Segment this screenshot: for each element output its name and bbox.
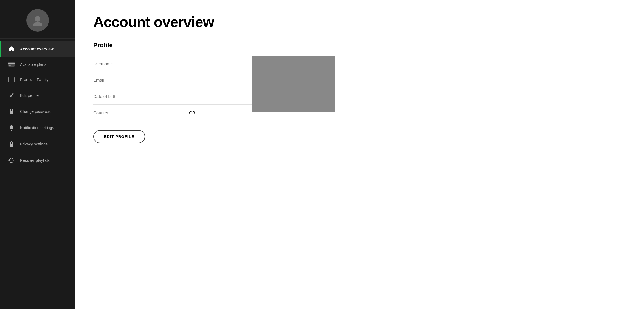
- redacted-overlay: [252, 56, 335, 112]
- page-title: Account overview: [93, 14, 626, 30]
- profile-label-email: Email: [93, 78, 189, 82]
- pencil-icon: [8, 93, 15, 98]
- sidebar-item-notification-settings[interactable]: Notification settings: [0, 120, 75, 136]
- profile-label-country: Country: [93, 110, 189, 115]
- family-icon: [8, 77, 15, 82]
- avatar-section: [0, 0, 75, 39]
- main-content: Account overview Profile Username Email …: [75, 0, 644, 309]
- svg-rect-5: [9, 77, 14, 82]
- profile-label-username: Username: [93, 61, 189, 66]
- sidebar-item-edit-profile-label: Edit profile: [20, 93, 39, 98]
- profile-value-country: GB: [189, 110, 195, 115]
- sidebar: Account overview Available plans Premium…: [0, 0, 75, 309]
- sidebar-nav: Account overview Available plans Premium…: [0, 39, 75, 169]
- sidebar-item-privacy-settings-label: Privacy settings: [20, 142, 48, 146]
- sidebar-item-change-password[interactable]: Change password: [0, 103, 75, 120]
- svg-point-0: [35, 16, 40, 22]
- svg-rect-8: [10, 144, 13, 147]
- sidebar-item-account-overview-label: Account overview: [20, 47, 54, 51]
- profile-section-title: Profile: [93, 42, 626, 49]
- sidebar-item-account-overview[interactable]: Account overview: [0, 41, 75, 57]
- profile-label-dob: Date of birth: [93, 94, 189, 99]
- lock-icon: [8, 108, 15, 115]
- sidebar-item-edit-profile[interactable]: Edit profile: [0, 88, 75, 103]
- svg-rect-7: [10, 111, 13, 114]
- svg-point-1: [33, 22, 42, 26]
- shield-icon: [8, 141, 15, 147]
- edit-profile-button[interactable]: EDIT PROFILE: [93, 130, 145, 143]
- sidebar-item-recover-playlists[interactable]: Recover playlists: [0, 152, 75, 169]
- sidebar-item-recover-playlists-label: Recover playlists: [20, 158, 50, 163]
- sidebar-item-change-password-label: Change password: [20, 109, 52, 114]
- sidebar-item-available-plans-label: Available plans: [20, 62, 46, 67]
- sidebar-item-premium-family[interactable]: Premium Family: [0, 72, 75, 88]
- user-avatar-icon: [31, 14, 44, 26]
- svg-rect-3: [8, 63, 15, 64]
- card-icon: [8, 62, 15, 67]
- sidebar-item-premium-family-label: Premium Family: [20, 77, 48, 82]
- sidebar-item-privacy-settings[interactable]: Privacy settings: [0, 136, 75, 152]
- sidebar-item-available-plans[interactable]: Available plans: [0, 57, 75, 72]
- sidebar-item-notification-settings-label: Notification settings: [20, 126, 54, 130]
- home-icon: [8, 46, 15, 52]
- avatar: [26, 9, 49, 32]
- svg-rect-4: [9, 65, 11, 66]
- profile-section: Profile Username Email Date of birth Co: [93, 42, 626, 143]
- bell-icon: [8, 125, 15, 131]
- refresh-icon: [8, 157, 15, 164]
